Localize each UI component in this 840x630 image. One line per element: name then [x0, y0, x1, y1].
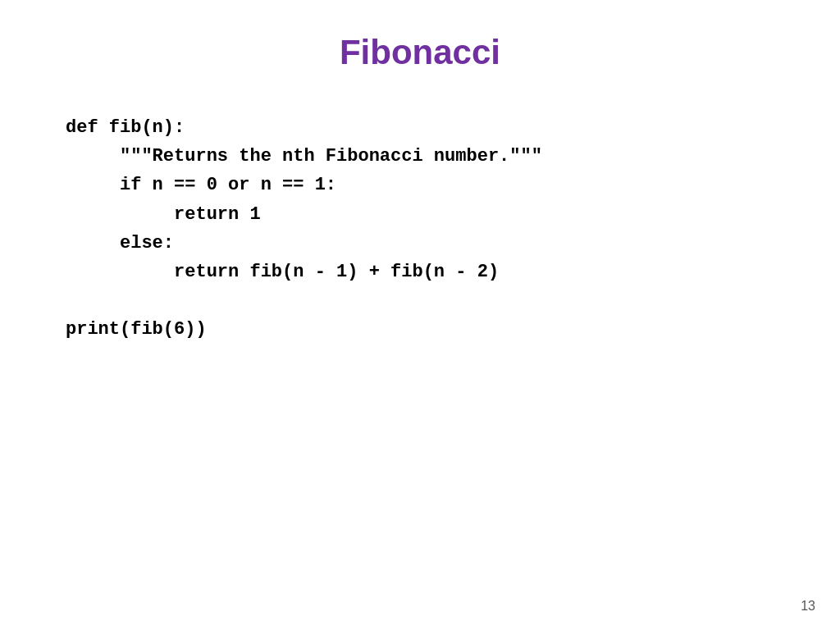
slide: Fibonacci def fib(n): """Returns the nth…	[0, 0, 840, 630]
code-line-2: """Returns the nth Fibonacci number."""	[66, 142, 791, 171]
page-number: 13	[801, 599, 815, 614]
code-block: def fib(n): """Returns the nth Fibonacci…	[66, 113, 791, 345]
code-line-5: else:	[66, 229, 791, 258]
code-line-3: if n == 0 or n == 1:	[66, 171, 791, 199]
code-line-7	[66, 286, 791, 315]
code-line-8: print(fib(6))	[66, 315, 791, 344]
code-line-4: return 1	[66, 200, 791, 229]
slide-title: Fibonacci	[49, 33, 791, 72]
code-line-6: return fib(n - 1) + fib(n - 2)	[66, 258, 791, 286]
code-line-1: def fib(n):	[66, 113, 791, 142]
